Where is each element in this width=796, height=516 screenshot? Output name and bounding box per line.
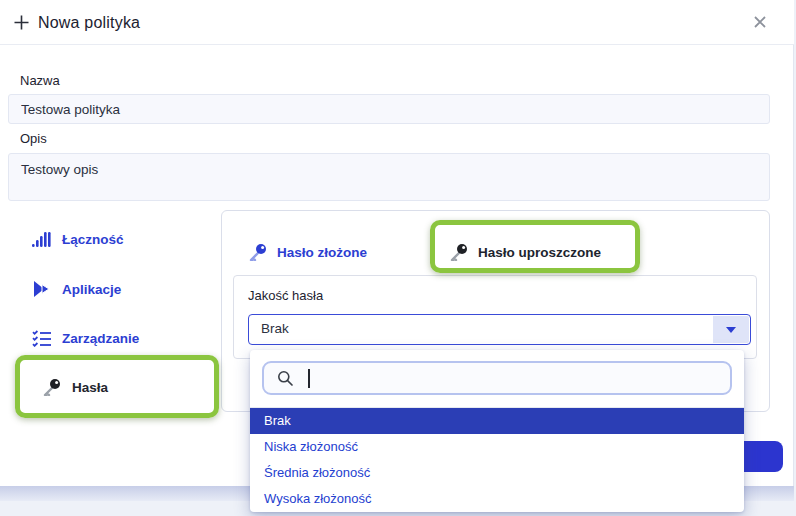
dropdown-option-niska[interactable]: Niska złożoność	[250, 434, 744, 460]
sidebar-item-applications[interactable]: Aplikacje	[32, 279, 121, 299]
name-input[interactable]	[8, 94, 770, 124]
password-quality-label: Jakość hasła	[248, 288, 323, 303]
description-input[interactable]: Testowy opis	[8, 153, 770, 201]
dropdown-search-input[interactable]	[310, 365, 720, 391]
chevron-down-icon	[726, 327, 736, 333]
plus-icon	[13, 14, 30, 31]
dropdown-option-wysoka[interactable]: Wysoka złożoność	[250, 486, 744, 512]
key-icon	[449, 243, 469, 261]
sidebar-item-management[interactable]: Zarządzanie	[32, 328, 139, 348]
sidebar-item-label: Łączność	[62, 232, 124, 247]
tab-label: Hasło złożone	[277, 245, 367, 260]
dropdown-option-srednia[interactable]: Średnia złożoność	[250, 460, 744, 486]
tab-label: Hasło uproszczone	[478, 245, 601, 260]
dropdown-option-brak[interactable]: Brak	[250, 408, 744, 434]
sidebar-item-passwords[interactable]: Hasła	[42, 377, 108, 397]
sidebar-item-label: Hasła	[72, 380, 108, 395]
dialog-title: Nowa polityka	[38, 14, 140, 32]
tab-complex-password[interactable]: Hasło złożone	[248, 240, 367, 264]
select-value: Brak	[261, 315, 289, 343]
sidebar-item-connectivity[interactable]: Łączność	[32, 229, 124, 249]
screen: Nowa polityka Nazwa Opis Testowy opis Łą…	[0, 0, 796, 516]
name-label: Nazwa	[20, 73, 60, 88]
tab-simple-password[interactable]: Hasło uproszczone	[449, 240, 601, 264]
password-quality-select[interactable]: Brak	[248, 314, 751, 345]
checklist-icon	[32, 329, 52, 347]
dropdown-search-box[interactable]	[262, 361, 732, 395]
key-icon	[42, 378, 62, 396]
play-forward-icon	[32, 280, 52, 298]
close-icon[interactable]	[751, 13, 769, 31]
magnifier-icon	[277, 370, 294, 387]
sidebar-item-label: Aplikacje	[62, 282, 121, 297]
dialog-header: Nowa polityka	[0, 0, 794, 45]
quality-dropdown-panel: Brak Niska złożoność Średnia złożoność W…	[250, 350, 744, 512]
description-label: Opis	[20, 131, 47, 146]
key-icon	[248, 243, 268, 261]
select-arrow-box[interactable]	[713, 316, 749, 343]
sidebar-item-label: Zarządzanie	[62, 331, 139, 346]
signal-bars-icon	[32, 230, 52, 248]
